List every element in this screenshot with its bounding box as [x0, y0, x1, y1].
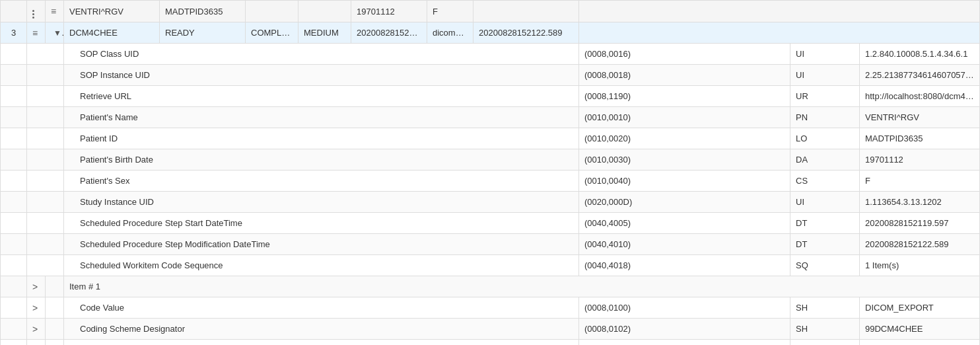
detail-row-code-value: > Code Value (0008,0100) SH DICOM_EXPORT: [1, 297, 980, 319]
detail-value: http://localhost:8080/dcm4chee-arc/aets/…: [860, 86, 980, 107]
detail-vr: DT: [790, 234, 860, 255]
header-col10: [579, 1, 980, 22]
detail-arrow[interactable]: >: [27, 276, 46, 297]
main-icon-list[interactable]: ≡: [27, 22, 46, 44]
main-col10: [579, 22, 980, 44]
data-table: ≡ VENTRI^RGV MADTPID3635 19701112 F 3 ≡ …: [0, 0, 980, 345]
detail-tag: (0008,1190): [579, 86, 790, 107]
detail-icon: [27, 86, 64, 107]
detail-row-patient-name: Patient's Name (0010,0010) PN VENTRI^RGV: [1, 107, 980, 128]
detail-num: [1, 171, 27, 192]
detail-tag: (0010,0030): [579, 149, 790, 171]
detail-row-sop-instance: SOP Instance UID (0008,0018) UI 2.25.213…: [1, 65, 980, 86]
detail-value: 2.25.21387734614607057236786288115449776…: [860, 65, 980, 86]
detail-value: VENTRI^RGV: [860, 107, 980, 128]
expand-arrow-icon[interactable]: >: [32, 282, 38, 292]
detail-tag: (0008,0016): [579, 44, 790, 65]
expand-arrow-icon[interactable]: >: [32, 303, 38, 313]
detail-arrow[interactable]: >: [27, 297, 46, 319]
detail-row-patient-id: Patient ID (0010,0020) LO MADTPID3635: [1, 128, 980, 149]
main-chevron[interactable]: ▼: [46, 22, 64, 44]
detail-attr-name: Item # 1: [64, 276, 980, 297]
detail-attr-name: SOP Instance UID: [64, 65, 579, 86]
detail-num: [1, 65, 27, 86]
detail-icon2: [46, 340, 64, 346]
expand-icon[interactable]: ▼: [51, 28, 64, 38]
detail-attr-name: Scheduled Procedure Step Start DateTime: [64, 213, 579, 234]
header-num: [1, 1, 27, 22]
list-view-icon[interactable]: ≡: [32, 28, 38, 38]
dots-icon[interactable]: [32, 10, 34, 19]
detail-value: 1 Item(s): [860, 255, 980, 276]
detail-vr: SQ: [790, 255, 860, 276]
detail-num: [1, 128, 27, 149]
detail-row-mod-datetime: Scheduled Procedure Step Modification Da…: [1, 234, 980, 255]
detail-num: [1, 234, 27, 255]
detail-icon: [27, 171, 64, 192]
detail-icon: [27, 149, 64, 171]
main-row: 3 ≡ ▼ DCM4CHEE READY COMPLETED MEDIUM 20…: [1, 22, 980, 44]
detail-num: [1, 44, 27, 65]
detail-value: MADTPID3635: [860, 128, 980, 149]
detail-num: [1, 340, 27, 346]
header-icon-dots[interactable]: [27, 1, 46, 22]
detail-attr-name: Patient's Sex: [64, 171, 579, 192]
detail-row-start-datetime: Scheduled Procedure Step Start DateTime …: [1, 213, 980, 234]
main-status2: COMPLETED: [246, 22, 298, 44]
detail-value: DICOM_EXPORT: [860, 297, 980, 319]
detail-vr: CS: [790, 171, 860, 192]
detail-row-sop-class: SOP Class UID (0008,0016) UI 1.2.840.100…: [1, 44, 980, 65]
detail-attr-name: Patient ID: [64, 128, 579, 149]
detail-num: [1, 276, 27, 297]
detail-row-birth-date: Patient's Birth Date (0010,0030) DA 1970…: [1, 149, 980, 171]
detail-attr-name: Patient's Name: [64, 107, 579, 128]
detail-value: F: [860, 171, 980, 192]
detail-attr-name: Code Value: [64, 297, 579, 319]
detail-tag: (0008,0100): [579, 297, 790, 319]
detail-value: 20200828152122.589: [860, 234, 980, 255]
detail-vr: PN: [790, 107, 860, 128]
detail-icon2: [46, 276, 64, 297]
detail-attr-name: Code Meaning: [64, 340, 579, 346]
detail-row-code-meaning: > Code Meaning (0008,0104) LO Export by …: [1, 340, 980, 346]
detail-icon: [27, 44, 64, 65]
detail-value: 19701112: [860, 149, 980, 171]
detail-vr: DT: [790, 213, 860, 234]
detail-num: [1, 213, 27, 234]
expand-arrow-icon[interactable]: >: [32, 324, 38, 334]
detail-vr: UI: [790, 65, 860, 86]
detail-vr: UI: [790, 192, 860, 213]
detail-num: [1, 255, 27, 276]
detail-value: Export by DICOM Storage: [860, 340, 980, 346]
main-container: ≡ VENTRI^RGV MADTPID3635 19701112 F 3 ≡ …: [0, 0, 980, 345]
detail-vr: SH: [790, 319, 860, 340]
header-icon-list[interactable]: ≡: [46, 1, 64, 22]
main-label: dicomExportCSV: [427, 22, 473, 44]
detail-tag: (0020,000D): [579, 192, 790, 213]
detail-tag: (0040,4018): [579, 255, 790, 276]
header-aet: VENTRI^RGV: [64, 1, 160, 22]
detail-tag: (0008,0104): [579, 340, 790, 346]
detail-value: 99DCM4CHEE: [860, 319, 980, 340]
detail-icon: [27, 107, 64, 128]
detail-arrow[interactable]: >: [27, 340, 46, 346]
header-col6: [298, 1, 351, 22]
header-sex: F: [427, 1, 473, 22]
detail-tag: (0010,0020): [579, 128, 790, 149]
main-aet: DCM4CHEE: [64, 22, 160, 44]
detail-num: [1, 149, 27, 171]
detail-vr: LO: [790, 128, 860, 149]
detail-arrow[interactable]: >: [27, 319, 46, 340]
detail-num: [1, 319, 27, 340]
detail-row-coding-scheme: > Coding Scheme Designator (0008,0102) S…: [1, 319, 980, 340]
detail-vr: UI: [790, 44, 860, 65]
detail-tag: (0010,0010): [579, 107, 790, 128]
detail-attr-name: Scheduled Procedure Step Modification Da…: [64, 234, 579, 255]
detail-num: [1, 192, 27, 213]
header-col9: [473, 1, 579, 22]
list-icon[interactable]: ≡: [51, 6, 56, 17]
detail-tag: (0040,4010): [579, 234, 790, 255]
detail-row-item1: > Item # 1: [1, 276, 980, 297]
header-dob: 19701112: [351, 1, 427, 22]
header-row: ≡ VENTRI^RGV MADTPID3635 19701112 F: [1, 1, 980, 22]
